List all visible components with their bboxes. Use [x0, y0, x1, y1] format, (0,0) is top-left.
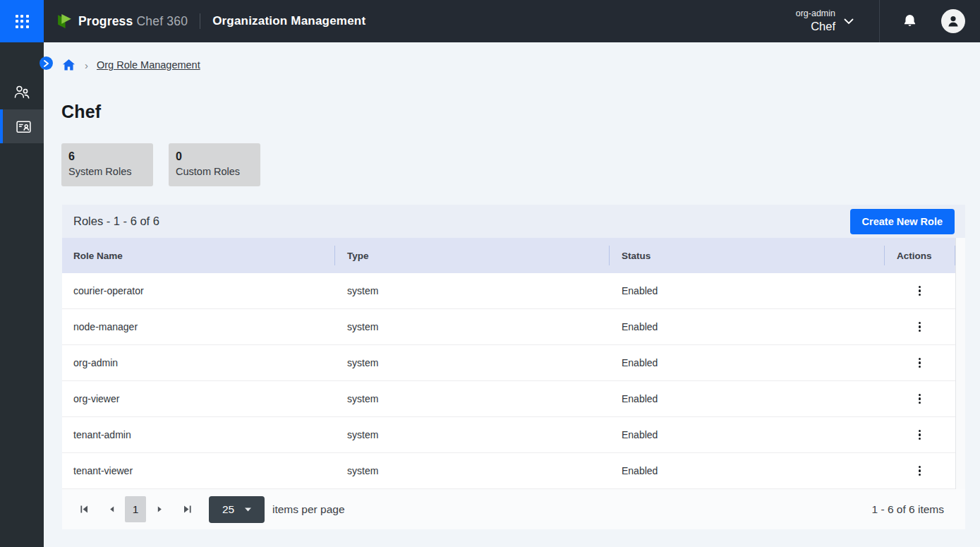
header-divider [879, 0, 880, 42]
column-header-type: Type [334, 238, 609, 273]
role-status-cell: Enabled [609, 429, 884, 440]
table-row: org-viewer system Enabled [62, 381, 955, 417]
app-title: Organization Management [212, 14, 365, 28]
role-type-cell: system [334, 285, 609, 296]
role-status-cell: Enabled [609, 357, 884, 368]
first-page-button[interactable] [76, 502, 92, 517]
pagination-bar: 1 25 items per page 1 - 6 of 6 items [62, 489, 965, 529]
column-header-status: Status [609, 238, 884, 273]
custom-roles-label: Custom Roles [176, 164, 253, 179]
stats-cards: 6 System Roles 0 Custom Roles [61, 143, 260, 186]
column-header-role-name: Role Name [62, 238, 334, 273]
top-header-bar: Progress Chef 360 Organization Managemen… [0, 0, 980, 42]
role-status-cell: Enabled [609, 285, 884, 296]
left-sidebar [0, 42, 44, 547]
brand-primary-text: Progress [78, 14, 133, 29]
user-org-label: Chef [811, 19, 835, 34]
page-title: Chef [61, 102, 101, 122]
sidebar-expand-button[interactable] [40, 56, 53, 70]
role-name-cell: tenant-admin [62, 429, 334, 440]
role-type-cell: system [334, 357, 609, 368]
breadcrumb-link-org-role-management[interactable]: Org Role Management [97, 59, 200, 71]
app-launcher-button[interactable] [0, 0, 44, 42]
row-actions-kebab-icon[interactable] [913, 318, 926, 337]
table-row: tenant-admin system Enabled [62, 417, 955, 453]
org-switcher-menu[interactable]: org-admin Chef [796, 8, 879, 34]
role-type-cell: system [334, 321, 609, 332]
last-page-icon [183, 505, 192, 514]
notifications-button[interactable] [902, 13, 918, 30]
table-row: courier-operator system Enabled [62, 273, 955, 309]
row-actions-kebab-icon[interactable] [913, 354, 926, 373]
sidebar-item-org-roles[interactable] [0, 109, 44, 143]
page-size-value: 25 [222, 503, 234, 516]
custom-roles-count: 0 [176, 149, 253, 164]
id-card-icon [15, 119, 32, 135]
role-status-cell: Enabled [609, 393, 884, 404]
system-roles-count: 6 [68, 149, 146, 164]
brand-secondary-text: Chef 360 [136, 14, 188, 29]
user-role-label: org-admin [796, 8, 835, 19]
bell-icon [902, 13, 918, 30]
progress-chevron-icon [56, 14, 73, 29]
role-name-cell: courier-operator [62, 285, 334, 296]
previous-page-icon [108, 505, 116, 513]
column-header-actions: Actions [884, 238, 955, 273]
page-number-1[interactable]: 1 [125, 496, 146, 522]
table-row: tenant-viewer system Enabled [62, 453, 955, 489]
first-page-icon [80, 505, 89, 514]
role-type-cell: system [334, 429, 609, 440]
sidebar-item-users[interactable] [0, 76, 44, 109]
role-name-cell: tenant-viewer [62, 465, 334, 476]
triangle-down-icon [245, 507, 251, 512]
pagination-range-summary: 1 - 6 of 6 items [871, 503, 944, 516]
role-status-cell: Enabled [609, 321, 884, 332]
role-type-cell: system [334, 465, 609, 476]
system-roles-card: 6 System Roles [61, 143, 153, 186]
next-page-button[interactable] [152, 502, 167, 517]
roles-panel: Roles - 1 - 6 of 6 Create New Role Role … [62, 205, 965, 529]
avatar-person-icon [945, 13, 961, 29]
role-name-cell: org-admin [62, 357, 334, 368]
breadcrumb-separator: › [85, 59, 88, 71]
table-row: node-manager system Enabled [62, 309, 955, 345]
next-page-icon [156, 505, 164, 513]
home-icon[interactable] [62, 59, 75, 71]
table-row: org-admin system Enabled [62, 345, 955, 381]
table-scrollbar[interactable] [955, 238, 965, 489]
previous-page-button[interactable] [104, 502, 119, 517]
roles-table-title: Roles - 1 - 6 of 6 [73, 215, 159, 228]
app-launcher-grid-icon [16, 15, 29, 28]
row-actions-kebab-icon[interactable] [913, 462, 926, 481]
breadcrumb: › Org Role Management [62, 59, 200, 71]
role-name-cell: node-manager [62, 321, 334, 332]
role-status-cell: Enabled [609, 465, 884, 476]
roles-toolbar: Roles - 1 - 6 of 6 Create New Role [62, 205, 965, 238]
row-actions-kebab-icon[interactable] [913, 426, 926, 445]
items-per-page-label: items per page [272, 503, 345, 516]
table-header-row: Role Name Type Status Actions [62, 238, 955, 273]
last-page-button[interactable] [179, 502, 195, 517]
users-icon [13, 84, 31, 101]
row-actions-kebab-icon[interactable] [913, 390, 926, 409]
brand-logo[interactable]: Progress Chef 360 [56, 14, 188, 29]
role-type-cell: system [334, 393, 609, 404]
chevron-right-icon [43, 60, 49, 67]
custom-roles-card: 0 Custom Roles [169, 143, 260, 186]
create-new-role-button[interactable]: Create New Role [850, 209, 955, 234]
role-name-cell: org-viewer [62, 393, 334, 404]
account-button[interactable] [941, 9, 965, 33]
chevron-down-icon [844, 18, 854, 25]
system-roles-label: System Roles [68, 164, 146, 179]
header-divider [200, 13, 200, 29]
row-actions-kebab-icon[interactable] [913, 282, 926, 301]
page-size-dropdown[interactable]: 25 [209, 496, 265, 523]
